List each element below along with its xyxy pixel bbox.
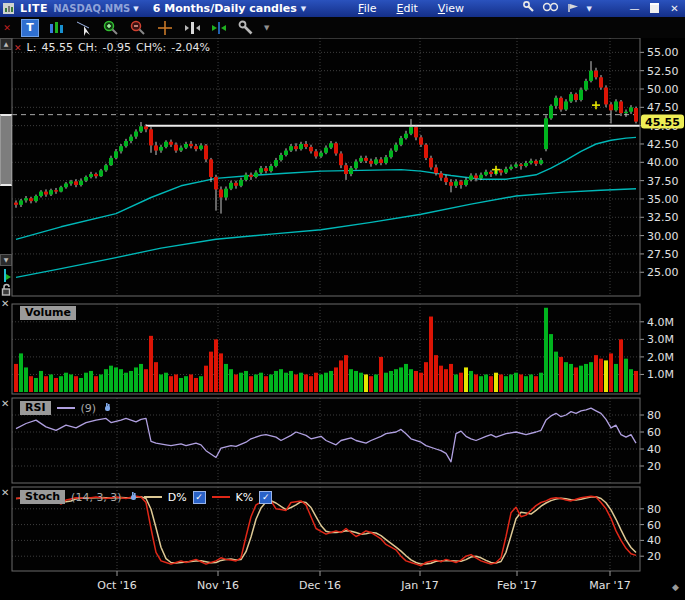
rsi-pane-label[interactable]: RSI bbox=[20, 401, 51, 415]
hand-icon[interactable] bbox=[102, 402, 112, 415]
svg-text:Oct '16: Oct '16 bbox=[97, 579, 137, 592]
menu-edit[interactable]: Edit bbox=[397, 2, 418, 15]
zoom-out-icon[interactable] bbox=[129, 19, 147, 37]
stoch-d-checkbox[interactable]: ✓ bbox=[193, 491, 206, 504]
volume-pane-label[interactable]: Volume bbox=[20, 306, 76, 320]
timeframe-selector[interactable]: 6 Months/Daily candles bbox=[153, 2, 297, 15]
symbol-dropdown-icon[interactable]: ▼ bbox=[133, 5, 138, 13]
change-pct-label: CH%: bbox=[136, 41, 166, 54]
stoch-pane-label[interactable]: Stoch bbox=[20, 490, 65, 504]
last-label: L: bbox=[27, 41, 37, 54]
svg-text:60: 60 bbox=[647, 426, 661, 439]
stoch-k-label: K% bbox=[236, 491, 254, 504]
resize-grip-icon[interactable]: ◆ bbox=[672, 582, 679, 592]
pin-dropdown-icon[interactable]: ▼ bbox=[587, 5, 592, 13]
svg-text:Jan '17: Jan '17 bbox=[400, 579, 438, 592]
svg-text:60: 60 bbox=[647, 519, 661, 532]
scroll-up-button[interactable]: ▲ bbox=[0, 38, 12, 50]
symbol-label[interactable]: LITE bbox=[20, 2, 48, 15]
rsi-line-sample bbox=[57, 407, 75, 409]
exchange-label: NASDAQ.NMS bbox=[53, 3, 130, 14]
crosshair-tool-icon[interactable] bbox=[156, 19, 174, 37]
rsi-params[interactable]: (9) bbox=[81, 402, 97, 415]
svg-text:35.00: 35.00 bbox=[647, 193, 679, 206]
quote-line: ✕ L: 45.55 CH: -0.95 CH%: -2.04% bbox=[14, 41, 210, 54]
stoch-legend: Stoch (14, 3, 3) D% ✓ K% ✓ bbox=[20, 490, 272, 504]
quote-close-icon[interactable]: ✕ bbox=[14, 43, 22, 53]
svg-text:80: 80 bbox=[647, 409, 661, 422]
stoch-d-line-sample bbox=[144, 496, 162, 498]
settings-wrench-icon[interactable] bbox=[523, 1, 535, 16]
title-bar: LITE NASDAQ.NMS ▼ 6 Months/Daily candles… bbox=[0, 0, 685, 17]
change-label: CH: bbox=[78, 41, 98, 54]
app-icon bbox=[3, 3, 14, 14]
svg-text:52.50: 52.50 bbox=[647, 65, 679, 78]
svg-text:47.50: 47.50 bbox=[647, 101, 679, 114]
toolbar-dropdown-icon[interactable]: ▼ bbox=[264, 24, 269, 32]
wrench-settings-icon[interactable] bbox=[237, 19, 255, 37]
cursor-tool-icon[interactable] bbox=[75, 19, 93, 37]
svg-text:27.50: 27.50 bbox=[647, 248, 679, 261]
svg-text:37.50: 37.50 bbox=[647, 175, 679, 188]
scrollbar-thumb[interactable] bbox=[0, 114, 12, 186]
stoch-k-checkbox[interactable]: ✓ bbox=[259, 491, 272, 504]
svg-text:42.50: 42.50 bbox=[647, 138, 679, 151]
svg-text:20: 20 bbox=[647, 460, 661, 473]
svg-text:25.00: 25.00 bbox=[647, 266, 679, 279]
svg-text:4.0M: 4.0M bbox=[647, 316, 674, 329]
toolbar-close-icon[interactable]: ✕ bbox=[2, 23, 12, 33]
svg-text:30.00: 30.00 bbox=[647, 230, 679, 243]
svg-text:50.00: 50.00 bbox=[647, 83, 679, 96]
svg-text:Nov '16: Nov '16 bbox=[197, 579, 239, 592]
svg-text:40: 40 bbox=[647, 443, 661, 456]
svg-text:40: 40 bbox=[647, 534, 661, 547]
menu-file[interactable]: File bbox=[358, 2, 376, 15]
last-value: 45.55 bbox=[41, 41, 73, 54]
minimize-button[interactable]: — bbox=[628, 3, 641, 14]
svg-text:Dec '16: Dec '16 bbox=[299, 579, 341, 592]
close-stoch-pane-button[interactable]: ✕ bbox=[1, 487, 9, 498]
volume-legend: Volume bbox=[20, 306, 76, 320]
expand-horizontal-icon[interactable] bbox=[183, 19, 201, 37]
svg-text:32.50: 32.50 bbox=[647, 211, 679, 224]
chart-toolbar: ✕ T ▼ bbox=[0, 17, 685, 38]
svg-text:80: 80 bbox=[647, 503, 661, 516]
maximize-button[interactable] bbox=[648, 3, 661, 15]
compress-horizontal-icon[interactable] bbox=[210, 19, 228, 37]
close-volume-pane-button[interactable]: ✕ bbox=[1, 298, 9, 309]
svg-text:2.0M: 2.0M bbox=[647, 351, 674, 364]
close-button[interactable]: ✕ bbox=[668, 3, 681, 14]
change-pct-value: -2.04% bbox=[171, 41, 210, 54]
svg-text:Mar '17: Mar '17 bbox=[589, 579, 630, 592]
zoom-in-icon[interactable] bbox=[102, 19, 120, 37]
svg-text:3.0M: 3.0M bbox=[647, 333, 674, 346]
svg-text:20: 20 bbox=[647, 550, 661, 563]
price-scrollbar[interactable]: ▲ ▼ bbox=[0, 38, 11, 296]
hand-icon[interactable] bbox=[128, 491, 138, 504]
menu-view[interactable]: View bbox=[438, 2, 464, 15]
link-icon[interactable] bbox=[542, 2, 560, 15]
svg-text:55.00: 55.00 bbox=[647, 46, 679, 59]
timeframe-dropdown-icon[interactable]: ▼ bbox=[301, 5, 306, 13]
chart-window: LITE NASDAQ.NMS ▼ 6 Months/Daily candles… bbox=[0, 0, 685, 600]
stoch-params[interactable]: (14, 3, 3) bbox=[71, 491, 122, 504]
svg-text:Feb '17: Feb '17 bbox=[497, 579, 537, 592]
pin-icon[interactable] bbox=[567, 3, 580, 15]
stoch-d-label: D% bbox=[168, 491, 187, 504]
stoch-k-line-sample bbox=[212, 496, 230, 498]
svg-text:40.00: 40.00 bbox=[647, 156, 679, 169]
svg-text:45.55: 45.55 bbox=[645, 116, 680, 129]
candlestick-style-icon[interactable] bbox=[48, 19, 66, 37]
scroll-down-button[interactable]: ▼ bbox=[0, 254, 12, 266]
change-value: -0.95 bbox=[103, 41, 131, 54]
close-rsi-pane-button[interactable]: ✕ bbox=[1, 398, 9, 409]
chart-canvas[interactable]: 55.0052.5050.0047.5045.0042.5040.0037.50… bbox=[0, 0, 685, 600]
svg-text:1.0M: 1.0M bbox=[647, 368, 674, 381]
text-tool-button[interactable]: T bbox=[21, 19, 39, 37]
rsi-legend: RSI (9) bbox=[20, 401, 112, 415]
